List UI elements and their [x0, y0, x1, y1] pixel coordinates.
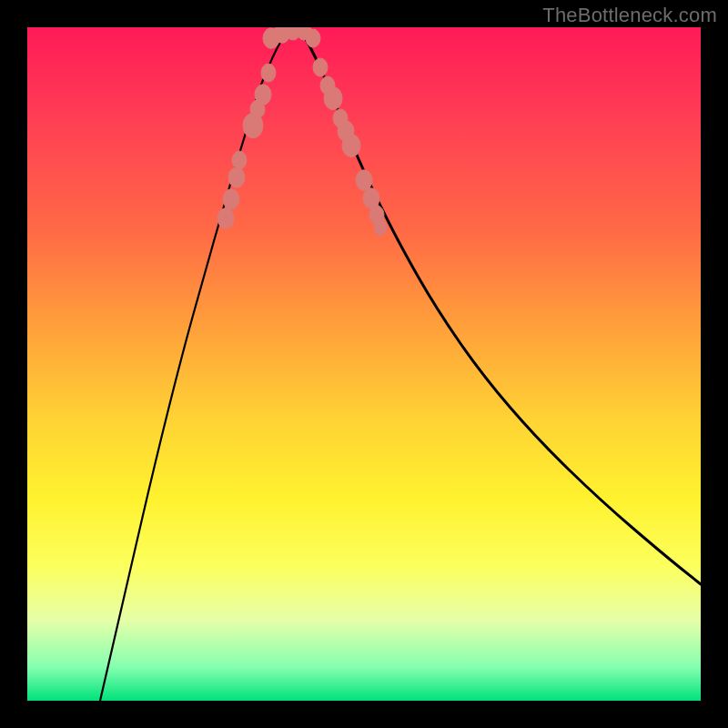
bead	[333, 109, 348, 127]
frame: TheBottleneck.com	[0, 0, 728, 728]
bead	[306, 29, 320, 47]
bead	[320, 76, 335, 95]
bead	[313, 58, 328, 76]
bead	[255, 85, 271, 106]
chart-svg	[27, 27, 701, 701]
watermark-text: TheBottleneck.com	[542, 4, 717, 27]
bead	[374, 219, 387, 236]
bead	[232, 151, 247, 169]
bead	[356, 170, 372, 191]
plot-area	[27, 27, 701, 701]
bead	[217, 208, 234, 229]
bead	[261, 64, 276, 82]
bead	[228, 167, 245, 188]
bead	[223, 189, 239, 210]
right-curve	[300, 29, 701, 584]
